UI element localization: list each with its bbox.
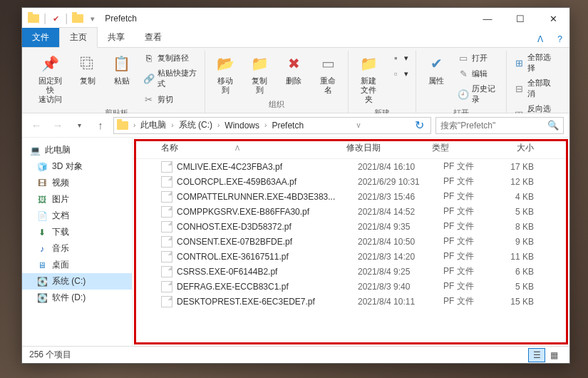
- file-row[interactable]: CONHOST.EXE-D3D58372.pf 2021/8/4 9:35 PF…: [133, 219, 569, 234]
- ribbon-group-clipboard: 📌 固定到快 速访问 ⿻ 复制 📋 粘贴 ⎘复制路径 🔗粘贴快捷方式 ✂剪切 剪…: [28, 51, 205, 113]
- nav-item[interactable]: 🖼图片: [22, 191, 132, 208]
- file-row[interactable]: COMPATTELRUNNER.EXE-4BD3E383... 2021/8/3…: [133, 189, 569, 204]
- ribbon-group-open: ✔属性 ▭打开 ✎编辑 🕘历史记录 打开: [416, 51, 506, 113]
- back-button[interactable]: ←: [28, 117, 45, 134]
- chevron-right-icon[interactable]: ›: [262, 121, 269, 129]
- nav-item[interactable]: 🎞视频: [22, 175, 132, 191]
- file-size: 8 KB: [507, 222, 541, 232]
- column-header-name[interactable]: 名称ᐱ: [161, 142, 346, 154]
- breadcrumb-segment[interactable]: 此电脑: [138, 119, 169, 131]
- help-button[interactable]: ?: [550, 31, 569, 47]
- refresh-button[interactable]: ↻: [411, 118, 428, 132]
- ribbon-collapse-icon[interactable]: ᐱ: [530, 31, 550, 47]
- tab-view[interactable]: 查看: [135, 28, 172, 47]
- select-none-button[interactable]: ⊟全部取消: [511, 76, 559, 101]
- file-row[interactable]: COMPPKGSRV.EXE-B86FFA30.pf 2021/8/4 14:5…: [133, 204, 569, 219]
- file-row[interactable]: CSRSS.EXE-0F6144B2.pf 2021/8/4 9:25 PF 文…: [133, 264, 569, 279]
- delete-button[interactable]: ✖删除: [278, 51, 309, 87]
- edit-button[interactable]: ✎编辑: [455, 66, 501, 81]
- file-list[interactable]: CMLIVE.EXE-4C23FBA3.pf 2021/8/4 16:10 PF…: [133, 159, 569, 346]
- paste-shortcut-button[interactable]: 🔗粘贴快捷方式: [140, 66, 201, 91]
- minimize-button[interactable]: —: [471, 8, 504, 29]
- easy-access-icon: ▫: [390, 68, 401, 79]
- paste-shortcut-icon: 🔗: [143, 73, 155, 84]
- column-header-type[interactable]: 类型: [432, 142, 496, 154]
- open-button[interactable]: ▭打开: [455, 51, 501, 65]
- copy-path-button[interactable]: ⎘复制路径: [140, 51, 201, 65]
- folder-icon-2[interactable]: [72, 14, 83, 23]
- details-view-button[interactable]: ☰: [528, 348, 545, 362]
- forward-button[interactable]: →: [49, 117, 66, 134]
- breadcrumb-segment[interactable]: 系统 (C:): [176, 119, 215, 131]
- file-type: PF 文件: [443, 205, 507, 218]
- tab-file[interactable]: 文件: [22, 28, 59, 47]
- column-header-date[interactable]: 修改日期: [346, 142, 432, 154]
- file-row[interactable]: DESKTOPREST.EXE-6EC3EDE7.pf 2021/8/4 10:…: [133, 294, 569, 309]
- search-icon[interactable]: 🔍: [547, 120, 559, 131]
- file-row[interactable]: CMLIVE.EXE-4C23FBA3.pf 2021/8/4 16:10 PF…: [133, 159, 569, 174]
- address-dropdown-icon[interactable]: v: [350, 121, 367, 129]
- file-row[interactable]: COLORCPL.EXE-459B63AA.pf 2021/6/29 10:31…: [133, 174, 569, 189]
- history-button[interactable]: 🕘历史记录: [455, 82, 501, 106]
- nav-item[interactable]: 🧊3D 对象: [22, 158, 132, 175]
- nav-item[interactable]: 💽系统 (C:): [22, 273, 132, 290]
- rename-icon: ▭: [316, 52, 339, 75]
- maximize-button[interactable]: ☐: [504, 8, 537, 29]
- rename-button[interactable]: ▭重命名: [312, 51, 344, 96]
- nav-item[interactable]: ⬇下载: [22, 224, 132, 240]
- file-row[interactable]: DEFRAG.EXE-ECCB83C1.pf 2021/8/3 9:40 PF …: [133, 279, 569, 294]
- breadcrumb-segment[interactable]: Windows: [222, 121, 262, 131]
- qat-checkmark-icon[interactable]: ✔: [51, 14, 61, 24]
- copy-to-button[interactable]: 📁复制到: [244, 51, 275, 96]
- pin-to-quick-access-button[interactable]: 📌 固定到快 速访问: [32, 51, 69, 106]
- search-input[interactable]: [440, 121, 547, 131]
- nav-item[interactable]: 📄文档: [22, 208, 132, 224]
- move-to-button[interactable]: 📂移动到: [210, 51, 241, 96]
- nav-item-label: 音乐: [52, 242, 69, 255]
- titlebar: | ✔ | ▾ Prefetch — ☐ ✕: [22, 8, 569, 29]
- paste-button[interactable]: 📋 粘贴: [106, 51, 138, 87]
- ribbon-tabs: 文件 主页 共享 查看 ᐱ ?: [22, 29, 569, 48]
- copy-button[interactable]: ⿻ 复制: [72, 51, 103, 87]
- file-size: 4 KB: [507, 192, 541, 202]
- recent-dropdown[interactable]: ▾: [71, 117, 88, 134]
- file-row[interactable]: CONTROL.EXE-36167511.pf 2021/8/3 14:20 P…: [133, 249, 569, 264]
- file-date: 2021/6/29 10:31: [358, 177, 443, 187]
- column-header-size[interactable]: 大小: [496, 142, 541, 154]
- chevron-right-icon[interactable]: ›: [215, 121, 222, 129]
- new-item-button[interactable]: ▪▾: [387, 51, 411, 65]
- file-date: 2021/8/4 10:50: [358, 237, 443, 247]
- nav-item[interactable]: 🖥桌面: [22, 257, 132, 273]
- up-button[interactable]: ↑: [92, 117, 109, 134]
- nav-item-label: 软件 (D:): [52, 292, 86, 304]
- search-box[interactable]: 🔍: [435, 117, 564, 134]
- nav-item-icon: 🖼: [36, 194, 48, 205]
- properties-button[interactable]: ✔属性: [421, 51, 452, 87]
- cut-button[interactable]: ✂剪切: [140, 92, 201, 106]
- tab-share[interactable]: 共享: [98, 28, 135, 47]
- close-button[interactable]: ✕: [537, 8, 569, 29]
- breadcrumb-segment[interactable]: Prefetch: [269, 121, 306, 131]
- divider: |: [43, 12, 46, 25]
- chevron-right-icon[interactable]: ›: [131, 121, 138, 129]
- address-box[interactable]: › 此电脑 › 系统 (C:) › Windows › Prefetch v ↻: [113, 117, 431, 134]
- file-size: 9 KB: [507, 237, 541, 247]
- pc-icon: 💻: [29, 145, 41, 156]
- file-row[interactable]: CONSENT.EXE-07B2BFDE.pf 2021/8/4 10:50 P…: [133, 234, 569, 249]
- nav-item-label: 3D 对象: [52, 160, 83, 173]
- file-name: DEFRAG.EXE-ECCB83C1.pf: [177, 282, 358, 292]
- qat-dropdown-icon[interactable]: ▾: [88, 14, 98, 24]
- address-bar: ← → ▾ ↑ › 此电脑 › 系统 (C:) › Windows › Pref…: [22, 113, 569, 138]
- file-name: CONTROL.EXE-36167511.pf: [177, 252, 358, 262]
- nav-root-this-pc[interactable]: 💻 此电脑: [22, 142, 132, 158]
- select-all-button[interactable]: ⊞全部选择: [511, 51, 559, 75]
- chevron-right-icon[interactable]: ›: [169, 121, 175, 129]
- nav-item[interactable]: ♪音乐: [22, 240, 132, 257]
- nav-item[interactable]: 💽软件 (D:): [22, 290, 132, 306]
- tab-home[interactable]: 主页: [59, 27, 98, 48]
- easy-access-button[interactable]: ▫▾: [387, 66, 411, 81]
- thumbnail-view-button[interactable]: ▦: [545, 348, 562, 362]
- new-folder-button[interactable]: 📁新建 文件夹: [353, 51, 384, 106]
- move-to-icon: 📂: [214, 52, 237, 75]
- body: 💻 此电脑 🧊3D 对象🎞视频🖼图片📄文档⬇下载♪音乐🖥桌面💽系统 (C:)💽软…: [22, 138, 569, 346]
